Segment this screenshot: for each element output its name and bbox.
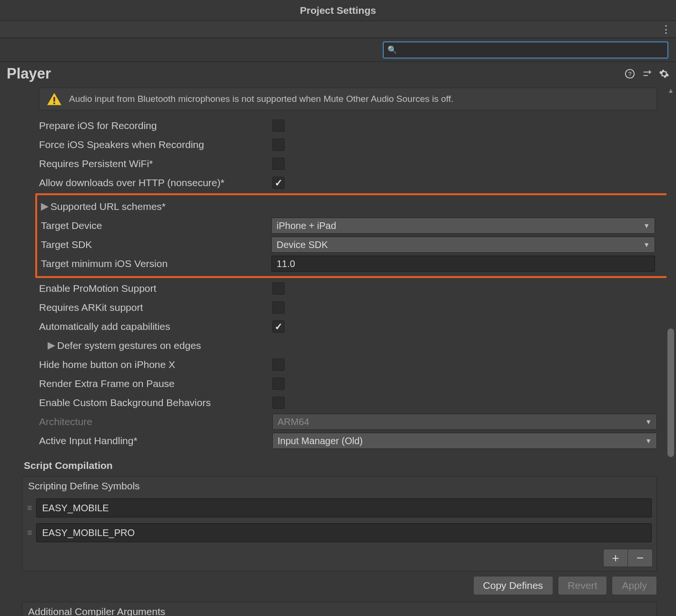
label-requires-arkit: Requires ARKit support [39, 302, 272, 313]
dropdown-active-input-value: Input Manager (Old) [278, 436, 363, 447]
dropdown-architecture: ARM64 ▼ [272, 414, 657, 430]
row-enable-promotion: Enable ProMotion Support [19, 279, 668, 298]
checkbox-render-extra-frame[interactable] [272, 378, 285, 390]
panel-additional-args: Additional Compiler Arguments List is Em… [22, 602, 657, 616]
checkbox-auto-capabilities[interactable] [272, 320, 285, 333]
dropdown-active-input[interactable]: Input Manager (Old) ▼ [272, 433, 657, 449]
panel-title-define-symbols: Scripting Define Symbols [22, 477, 656, 496]
row-custom-bg: Enable Custom Background Behaviors [19, 393, 668, 412]
row-target-sdk: Target SDK Device SDK ▼ [37, 235, 666, 254]
dropdown-target-sdk-value: Device SDK [277, 239, 328, 250]
search-bar: 🔍 [0, 38, 676, 62]
row-requires-wifi: Requires Persistent WiFi* [19, 154, 668, 173]
add-button[interactable]: + [603, 549, 628, 567]
checkbox-requires-wifi[interactable] [272, 158, 285, 170]
highlighted-region: ▶Supported URL schemes* Target Device iP… [35, 193, 668, 278]
kebab-menu-icon[interactable] [661, 27, 670, 32]
list-item: ≡ [22, 496, 656, 520]
row-defer-gestures[interactable]: ▶Defer system gestures on edges [19, 336, 668, 355]
row-requires-arkit: Requires ARKit support [19, 298, 668, 317]
label-target-sdk: Target SDK [41, 239, 271, 250]
row-hide-home: Hide home button on iPhone X [19, 355, 668, 374]
label-target-device: Target Device [41, 220, 271, 231]
symbol-field-1[interactable] [36, 523, 652, 542]
row-auto-capabilities: Automatically add capabilities [19, 317, 668, 336]
label-target-min-ios: Target minimum iOS Version [41, 258, 271, 269]
settings-body: ▲ Audio input from Bluetooth microphones… [0, 86, 676, 616]
label-render-extra-frame: Render Extra Frame on Pause [39, 378, 272, 389]
foldout-icon[interactable]: ▶ [48, 339, 55, 351]
revert-button[interactable]: Revert [558, 576, 607, 595]
panel-title-additional-args: Additional Compiler Arguments [22, 602, 656, 616]
chevron-down-icon: ▼ [645, 437, 652, 445]
label-defer-gestures: ▶Defer system gestures on edges [48, 340, 272, 351]
scrollbar-thumb[interactable] [667, 328, 674, 457]
gear-icon[interactable] [659, 69, 669, 79]
checkbox-custom-bg[interactable] [272, 397, 285, 409]
label-requires-wifi: Requires Persistent WiFi* [39, 158, 272, 169]
label-architecture: Architecture [39, 416, 272, 427]
help-icon[interactable]: ? [625, 69, 635, 79]
dropdown-target-device[interactable]: iPhone + iPad ▼ [271, 218, 655, 234]
label-auto-capabilities: Automatically add capabilities [39, 321, 272, 332]
preset-icon[interactable] [642, 69, 652, 79]
checkbox-force-ios-speakers[interactable] [272, 139, 285, 151]
apply-button[interactable]: Apply [612, 576, 657, 595]
label-hide-home: Hide home button on iPhone X [39, 359, 272, 370]
label-allow-http: Allow downloads over HTTP (nonsecure)* [39, 177, 272, 189]
header-icons: ? [625, 69, 669, 79]
label-custom-bg: Enable Custom Background Behaviors [39, 397, 272, 408]
page-title: Player [7, 65, 51, 82]
checkbox-requires-arkit[interactable] [272, 301, 285, 314]
titlebar: Project Settings [0, 0, 676, 21]
search-field-wrapper[interactable]: 🔍 [383, 41, 668, 59]
row-prepare-ios-recording: Prepare iOS for Recording [19, 116, 668, 135]
label-prepare-ios-recording: Prepare iOS for Recording [39, 120, 272, 131]
row-architecture: Architecture ARM64 ▼ [19, 412, 668, 431]
dropdown-target-sdk[interactable]: Device SDK ▼ [271, 237, 655, 253]
row-active-input: Active Input Handling* Input Manager (Ol… [19, 431, 668, 450]
drag-handle-icon[interactable]: ≡ [27, 528, 31, 538]
checkbox-allow-http[interactable] [272, 177, 285, 189]
dropdown-architecture-value: ARM64 [278, 417, 309, 427]
row-target-device: Target Device iPhone + iPad ▼ [37, 216, 666, 235]
checkbox-enable-promotion[interactable] [272, 282, 285, 295]
page-header: Player ? [0, 62, 676, 86]
section-script-compilation: Script Compilation [19, 450, 668, 474]
list-item: ≡ [22, 520, 656, 545]
panel-add-remove: + − [22, 545, 656, 571]
foldout-icon[interactable]: ▶ [41, 200, 49, 212]
checkbox-prepare-ios-recording[interactable] [272, 119, 285, 132]
warning-icon [46, 92, 62, 106]
window-title: Project Settings [300, 5, 376, 16]
svg-rect-3 [53, 102, 55, 104]
chevron-down-icon: ▼ [643, 222, 650, 229]
checkbox-hide-home[interactable] [272, 358, 285, 371]
symbol-field-0[interactable] [36, 498, 652, 517]
drag-handle-icon[interactable]: ≡ [27, 503, 31, 513]
warning-text: Audio input from Bluetooth microphones i… [69, 94, 454, 104]
label-force-ios-speakers: Force iOS Speakers when Recording [39, 139, 272, 150]
input-target-min-ios[interactable] [271, 256, 655, 272]
row-allow-http: Allow downloads over HTTP (nonsecure)* [19, 173, 668, 192]
search-input[interactable] [400, 45, 664, 55]
scrollbar[interactable]: ▲ [666, 86, 675, 616]
label-supported-url-schemes: ▶Supported URL schemes* [41, 201, 271, 212]
search-icon: 🔍 [388, 45, 397, 54]
label-enable-promotion: Enable ProMotion Support [39, 283, 272, 294]
chevron-down-icon: ▼ [645, 418, 652, 426]
panel-define-symbols: Scripting Define Symbols ≡ ≡ + − [22, 476, 657, 571]
copy-defines-button[interactable]: Copy Defines [473, 576, 553, 595]
row-force-ios-speakers: Force iOS Speakers when Recording [19, 135, 668, 154]
toolbar [0, 21, 676, 38]
define-symbols-actions: Copy Defines Revert Apply [19, 571, 668, 600]
remove-button[interactable]: − [628, 549, 653, 567]
svg-rect-2 [53, 97, 55, 102]
row-target-min-ios: Target minimum iOS Version [37, 254, 666, 273]
row-render-extra-frame: Render Extra Frame on Pause [19, 374, 668, 393]
label-active-input: Active Input Handling* [39, 435, 272, 447]
dropdown-target-device-value: iPhone + iPad [277, 220, 336, 231]
scrollbar-up-icon[interactable]: ▲ [667, 87, 674, 94]
row-supported-url-schemes[interactable]: ▶Supported URL schemes* [37, 197, 666, 216]
chevron-down-icon: ▼ [643, 241, 650, 248]
